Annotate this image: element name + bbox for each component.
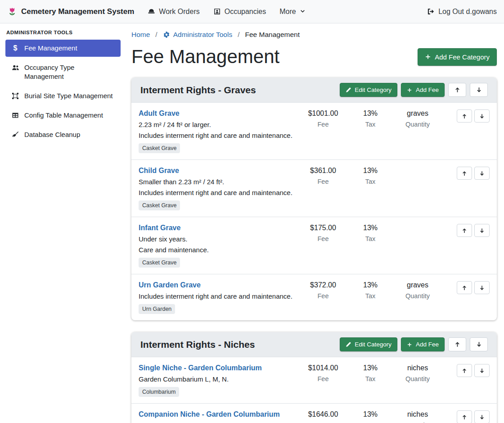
fee-move-up-button[interactable] <box>457 281 472 294</box>
logout-link[interactable]: Log Out d.gowans <box>427 8 497 16</box>
tax-label: Tax <box>348 292 392 300</box>
page-title-row: Fee Management Add Fee Category <box>131 46 497 68</box>
edit-category-button[interactable]: Edit Category <box>340 83 397 97</box>
breadcrumb-admin-tools-link[interactable]: Administrator Tools <box>163 31 233 39</box>
fee-move-down-button[interactable] <box>474 167 490 180</box>
fee-type-badge: Casket Grave <box>139 258 180 268</box>
breadcrumb-separator: / <box>238 31 239 39</box>
fee-amount-label: Fee <box>298 235 348 242</box>
quantity-unit: graves <box>392 109 443 118</box>
add-fee-button[interactable]: Add Fee <box>401 337 445 351</box>
fee-name-link[interactable]: Adult Grave <box>139 109 180 117</box>
main-content: Home / Administrator Tools / Fee Managem… <box>126 23 504 423</box>
category-actions: Edit Category Add Fee <box>340 83 488 97</box>
breadcrumb-home-link[interactable]: Home <box>131 31 150 39</box>
tax-value: 13% <box>348 109 392 118</box>
app-title: Cemetery Management System <box>21 7 134 16</box>
arrow-down-icon <box>479 414 485 420</box>
fee-amount: $361.00 <box>298 167 348 175</box>
arrow-up-icon <box>462 368 467 373</box>
tax-column: 13% Tax <box>348 410 392 423</box>
quantity-column: niches Quantity <box>392 410 443 423</box>
fee-move-down-button[interactable] <box>474 364 490 377</box>
fee-row: Single Niche - Garden Columbarium Garden… <box>131 357 497 403</box>
add-fee-button[interactable]: Add Fee <box>401 83 445 97</box>
fee-name-link[interactable]: Urn Garden Grave <box>139 281 201 289</box>
quantity-column: niches Quantity <box>392 364 443 382</box>
fee-amount-label: Fee <box>298 292 348 300</box>
sidebar-item-occupancy-type[interactable]: Occupancy Type Management <box>5 59 121 85</box>
sidebar-item-label: Database Cleanup <box>24 130 80 139</box>
plus-icon <box>425 54 431 60</box>
fee-info: Urn Garden Grave Includes interment righ… <box>139 281 298 314</box>
fee-move-up-button[interactable] <box>457 167 472 180</box>
fee-type-badge: Urn Garden <box>139 304 175 314</box>
sidebar-item-burial-site-type[interactable]: Burial Site Type Management <box>5 87 121 105</box>
arrow-up-icon <box>454 87 460 93</box>
tax-column: 13% Tax <box>348 224 392 242</box>
nav-occupancies[interactable]: Occupancies <box>213 8 266 16</box>
fee-description-line: Includes interment right and care and ma… <box>139 132 298 139</box>
fee-info: Companion Niche - Garden Columbarium Gar… <box>139 410 298 423</box>
sidebar-item-label: Occupancy Type Management <box>24 63 115 81</box>
app-brand[interactable]: Cemetery Management System <box>7 7 134 17</box>
fee-reorder-controls <box>443 410 490 423</box>
vector-square-icon <box>11 92 20 100</box>
breadcrumb-current: Fee Management <box>245 31 300 39</box>
category-card-graves: Interment Rights - Graves Edit Category … <box>131 77 497 320</box>
pencil-icon <box>346 87 351 93</box>
chevron-down-icon <box>300 9 306 14</box>
tax-column: 13% Tax <box>348 167 392 185</box>
category-move-up-button[interactable] <box>448 337 466 351</box>
fee-amount-label: Fee <box>298 375 348 382</box>
fee-move-down-button[interactable] <box>474 109 490 123</box>
fee-move-up-button[interactable] <box>457 364 472 377</box>
nav-occupancies-label: Occupancies <box>225 8 266 16</box>
sidebar-item-config-table[interactable]: Config Table Management <box>5 107 121 124</box>
fee-move-up-button[interactable] <box>457 410 472 423</box>
fee-row: Companion Niche - Garden Columbarium Gar… <box>131 403 497 423</box>
top-navbar: Cemetery Management System Work Orders O… <box>0 0 504 23</box>
fee-info: Infant Grave Under six years. Care and m… <box>139 224 298 268</box>
category-move-down-button[interactable] <box>470 83 488 97</box>
fee-move-up-button[interactable] <box>457 109 472 123</box>
sidebar-item-fee-management[interactable]: $ Fee Management <box>5 40 121 57</box>
nav-work-orders-label: Work Orders <box>159 8 199 16</box>
category-move-up-button[interactable] <box>448 83 466 97</box>
arrow-down-icon <box>479 114 485 119</box>
sidebar-item-label: Burial Site Type Management <box>24 91 113 100</box>
add-fee-category-button[interactable]: Add Fee Category <box>418 48 497 66</box>
tax-label: Tax <box>348 235 392 242</box>
arrow-up-icon <box>462 114 467 119</box>
fee-move-up-button[interactable] <box>457 224 472 237</box>
quantity-unit: graves <box>392 281 443 289</box>
category-move-down-button[interactable] <box>470 337 488 351</box>
fee-move-down-button[interactable] <box>474 224 490 237</box>
edit-category-button[interactable]: Edit Category <box>340 337 397 351</box>
fee-name-link[interactable]: Companion Niche - Garden Columbarium <box>139 410 280 418</box>
add-fee-label: Add Fee <box>416 86 439 93</box>
nav-work-orders[interactable]: Work Orders <box>148 8 199 16</box>
quantity-column: graves Quantity <box>392 109 443 128</box>
dollar-icon: $ <box>11 45 20 52</box>
arrow-up-icon <box>454 341 460 347</box>
fee-amount-column: $361.00 Fee <box>298 167 348 185</box>
fee-name-link[interactable]: Single Niche - Garden Columbarium <box>139 364 262 372</box>
fee-move-down-button[interactable] <box>474 281 490 294</box>
fee-row: Adult Grave 2.23 m² / 24 ft² or larger. … <box>131 103 497 159</box>
arrow-up-icon <box>462 228 467 233</box>
edit-category-label: Edit Category <box>355 86 392 93</box>
fee-move-down-button[interactable] <box>474 410 490 423</box>
fee-name-link[interactable]: Infant Grave <box>139 224 180 232</box>
nav-more-label: More <box>279 8 296 16</box>
quantity-column: graves Quantity <box>392 281 443 300</box>
quantity-unit: niches <box>392 410 443 418</box>
admin-sidebar: Administrator Tools $ Fee Management Occ… <box>0 23 126 423</box>
gear-icon <box>163 31 170 38</box>
sidebar-heading: Administrator Tools <box>6 30 120 35</box>
sidebar-item-database-cleanup[interactable]: Database Cleanup <box>5 126 121 143</box>
fee-description-line: 2.23 m² / 24 ft² or larger. <box>139 121 298 128</box>
arrow-down-icon <box>479 171 485 176</box>
nav-more-menu[interactable]: More <box>279 8 305 16</box>
fee-name-link[interactable]: Child Grave <box>139 167 179 174</box>
